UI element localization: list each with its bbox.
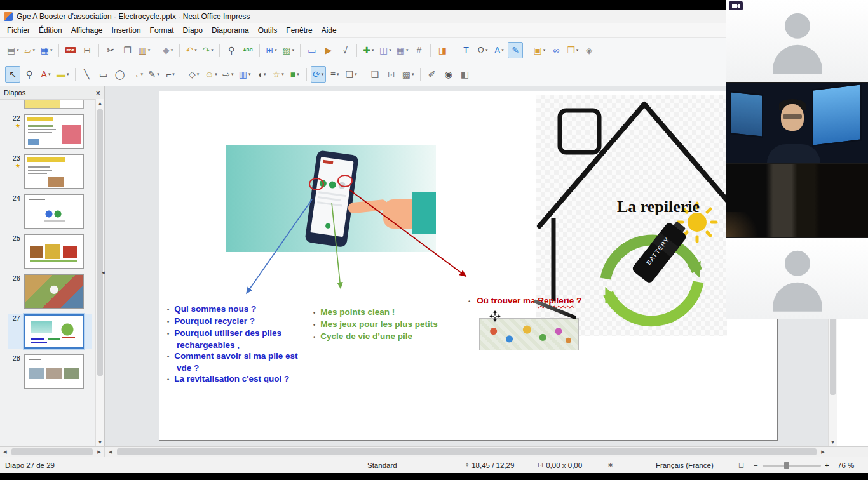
slide-layout-icon[interactable]: ◫ <box>377 42 393 58</box>
scrollbar-thumb[interactable] <box>117 448 817 455</box>
toggle-extrusion-icon[interactable]: ◧ <box>458 66 473 83</box>
menu-insertion[interactable]: Insertion <box>107 24 146 37</box>
slide-thumbnail-image[interactable] <box>24 194 84 229</box>
stars-banners-icon[interactable]: ☆ <box>271 66 286 83</box>
slide-thumbnail-image[interactable] <box>24 314 84 349</box>
gallery-icon[interactable]: ▣ <box>531 42 547 58</box>
navigator-icon[interactable]: ◈ <box>581 42 597 58</box>
block-arrows-icon[interactable]: ⇨ <box>220 66 236 83</box>
highlight-color-icon[interactable]: ▬ <box>55 66 71 83</box>
slide-thumbnail-27-selected[interactable]: 27 <box>8 314 92 349</box>
zoom-out-button[interactable]: − <box>754 457 758 473</box>
print-icon[interactable]: ⊟ <box>79 42 95 58</box>
new-document-icon[interactable]: ▤ <box>5 42 21 58</box>
cut-icon[interactable]: ✂ <box>103 42 118 58</box>
insert-formula-icon[interactable]: √ <box>337 42 353 58</box>
fit-slide-button[interactable]: ◻ <box>738 457 744 473</box>
slide-thumbnail-image[interactable] <box>24 274 84 309</box>
panel-collapse-handle[interactable]: ◂ <box>100 263 106 281</box>
zoom-slider-thumb[interactable] <box>784 462 789 469</box>
slide-canvas[interactable]: BATTERY La repilerie Qui sommes nous ? P… <box>159 91 778 441</box>
blue-list-item[interactable]: Comment savoir si ma pile est vde ? <box>167 350 299 373</box>
arrange-icon[interactable]: ❏ <box>344 66 359 83</box>
insert-line-icon[interactable]: ╲ <box>79 66 95 83</box>
scrollbar-thumb[interactable] <box>11 448 93 455</box>
image-filter-icon[interactable]: ▩ <box>400 66 416 83</box>
font-color-icon[interactable]: A <box>38 66 53 83</box>
3d-objects-icon[interactable]: ■ <box>287 66 302 83</box>
slide-thumbnail-partial[interactable] <box>24 100 84 109</box>
show-draw-functions-icon[interactable]: ✎ <box>508 42 523 58</box>
line-arrow-icon[interactable]: → <box>129 66 146 83</box>
zoom-slider[interactable] <box>763 461 821 470</box>
blue-list-item[interactable]: Pourquoi utiliser des piles rechargeable… <box>167 328 299 350</box>
menu-aide[interactable]: Aide <box>317 24 341 37</box>
green-list-item[interactable]: Mes points clean ! <box>313 307 463 319</box>
insert-table-icon[interactable]: ⊞ <box>264 42 279 58</box>
camera-icon[interactable] <box>729 1 743 10</box>
green-list-item[interactable]: Mes jeux pour les plus petits <box>313 319 463 331</box>
find-replace-icon[interactable]: ⚲ <box>224 42 239 58</box>
media-gallery-icon[interactable]: ❒ <box>565 42 580 58</box>
special-character-icon[interactable]: Ω <box>475 42 490 58</box>
menu-diaporama[interactable]: Diaporama <box>207 24 254 37</box>
menu-outils[interactable]: Outils <box>254 24 282 37</box>
start-slideshow-icon[interactable]: ◨ <box>435 42 450 58</box>
new-slide-icon[interactable]: ✚ <box>361 42 376 58</box>
flowchart-icon[interactable]: ▥ <box>237 66 253 83</box>
slide-thumbnail-26[interactable]: 26 <box>8 274 92 309</box>
layout-name-status[interactable]: Standard <box>367 457 397 473</box>
zoom-icon[interactable]: ⚲ <box>22 66 37 83</box>
panel-horizontal-scrollbar[interactable]: ◀ ▶ <box>0 447 105 457</box>
house-title[interactable]: La repilerie <box>604 197 712 217</box>
slide-thumbnail-28[interactable]: 28 <box>8 354 92 389</box>
menu-fichier[interactable]: Fichier <box>3 24 34 37</box>
helplines-icon[interactable]: # <box>411 42 426 58</box>
paste-icon[interactable]: ▥ <box>136 42 152 58</box>
scroll-left-icon[interactable]: ◀ <box>0 447 10 457</box>
scroll-down-icon[interactable]: ▼ <box>829 440 837 444</box>
language-status[interactable]: Français (France) <box>656 457 714 473</box>
fontwork-icon[interactable]: A <box>491 42 506 58</box>
curve-icon[interactable]: ✎ <box>146 66 161 83</box>
display-grid-icon[interactable]: ▦ <box>395 42 410 58</box>
slide-thumbnail-24[interactable]: 24 <box>8 194 92 229</box>
insert-text-box-icon[interactable]: ▭ <box>304 42 320 58</box>
edit-points-icon[interactable]: ✐ <box>424 66 440 83</box>
slide-thumbnail-25[interactable]: 25 <box>8 234 92 269</box>
red-topic-heading[interactable]: Où trouver ma Repilerie ? <box>468 296 581 305</box>
participant-tile-3-video[interactable] <box>726 164 868 238</box>
scroll-left-icon[interactable]: ◀ <box>105 447 116 457</box>
close-icon[interactable]: × <box>95 89 100 97</box>
basic-shapes-icon[interactable]: ◇ <box>186 66 201 83</box>
green-list-item[interactable]: Cycle de vie d’une pile <box>313 331 463 343</box>
zoom-in-button[interactable]: + <box>825 457 829 473</box>
glue-points-icon[interactable]: ◉ <box>441 66 456 83</box>
spelling-icon[interactable]: ABC <box>240 42 255 58</box>
rectangle-icon[interactable]: ▭ <box>96 66 111 83</box>
callouts-icon[interactable]: ◖ <box>254 66 269 83</box>
menu-affichage[interactable]: Affichage <box>67 24 107 37</box>
shadow-icon[interactable]: ❑ <box>367 66 383 83</box>
slide-thumbnail-image[interactable] <box>24 234 84 269</box>
scroll-up-icon[interactable]: ▲ <box>96 101 104 105</box>
align-objects-icon[interactable]: ≡ <box>327 66 342 83</box>
blue-list-item[interactable]: La revitalisation c'est quoi ? <box>167 373 299 385</box>
copy-icon[interactable]: ❐ <box>119 42 135 58</box>
scroll-right-icon[interactable]: ▶ <box>94 447 104 457</box>
smartphone-illustration[interactable] <box>304 150 359 248</box>
slide-thumbnail-22[interactable]: 22 ★ <box>8 114 92 149</box>
redo-icon[interactable]: ↷ <box>200 42 215 58</box>
text-box-icon[interactable]: T <box>458 42 473 58</box>
map-image[interactable] <box>479 318 579 350</box>
undo-icon[interactable]: ↶ <box>184 42 199 58</box>
zoom-percent-status[interactable]: 76 % <box>837 457 854 473</box>
document-horizontal-scrollbar[interactable]: ◀ ▶ <box>105 447 828 457</box>
scroll-right-icon[interactable]: ▶ <box>818 447 828 457</box>
hyperlink-icon[interactable]: ∞ <box>548 42 564 58</box>
connector-icon[interactable]: ⌐ <box>163 66 178 83</box>
participant-tile-4[interactable] <box>726 238 868 319</box>
blue-list-item[interactable]: Qui sommes nous ? <box>167 303 299 316</box>
insert-media-icon[interactable]: ▶ <box>321 42 336 58</box>
clone-formatting-icon[interactable]: ◆ <box>160 42 175 58</box>
